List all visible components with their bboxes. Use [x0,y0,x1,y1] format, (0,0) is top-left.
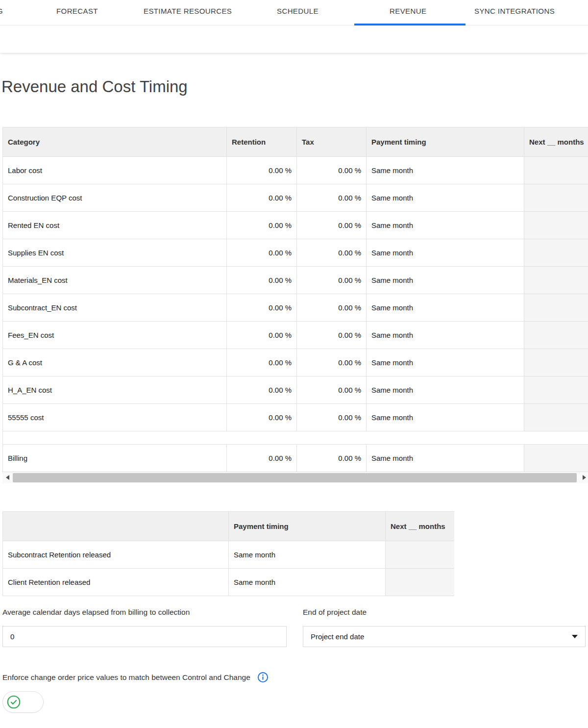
tax-cell[interactable]: 0.00 % [297,267,367,294]
tax-cell[interactable]: 0.00 % [297,377,367,404]
tax-cell[interactable]: 0.00 % [297,294,367,322]
payment-timing-cell[interactable]: Same month [367,445,524,472]
next-months-cell [524,404,588,431]
payment-timing-cell[interactable]: Same month [367,377,524,404]
tab-schedule[interactable]: SCHEDULE [277,7,318,15]
row-label-cell: Client Retention released [3,569,229,596]
tax-cell[interactable]: 0.00 % [297,157,367,184]
category-cell: 55555 cost [3,404,227,431]
payment-timing-cell[interactable]: Same month [367,322,524,349]
table-row: Construction EQP cost 0.00 % 0.00 % Same… [3,184,588,212]
col-header-next-months: Next __ months [524,127,588,157]
retention-cell[interactable]: 0.00 % [227,239,297,267]
toolbar-strip [0,25,588,53]
tab-estimate-resources[interactable]: ESTIMATE RESOURCES [144,7,232,15]
next-months-cell [524,239,588,267]
avg-days-input[interactable] [2,626,287,647]
payment-timing-cell[interactable]: Same month [367,212,524,239]
payment-timing-cell[interactable]: Same month [367,157,524,184]
tax-cell[interactable]: 0.00 % [297,212,367,239]
enforce-label: Enforce change order price values to mat… [2,673,250,682]
payment-timing-cell[interactable]: Same month [229,569,386,596]
category-cell: Supplies EN cost [3,239,227,267]
retention-cell[interactable]: 0.00 % [227,267,297,294]
payment-timing-cell[interactable]: Same month [367,349,524,377]
retention-cell[interactable]: 0.00 % [227,212,297,239]
retention-cell[interactable]: 0.00 % [227,157,297,184]
end-of-project-select[interactable]: Project end date [303,626,586,647]
next-months-cell [524,322,588,349]
retention-cell[interactable]: 0.00 % [227,184,297,212]
next-months-cell [524,212,588,239]
retention-cell[interactable]: 0.00 % [227,404,297,431]
category-cell: Subcontract_EN cost [3,294,227,322]
next-months-cell [524,445,588,472]
retention-released-table: Payment timing Next __ months Subcontrac… [2,511,454,598]
tax-cell[interactable]: 0.00 % [297,445,367,472]
retention-cell[interactable]: 0.00 % [227,294,297,322]
next-months-cell [524,349,588,377]
payment-timing-cell[interactable]: Same month [367,239,524,267]
horizontal-scrollbar[interactable] [2,472,588,483]
payment-timing-cell[interactable]: Same month [367,184,524,212]
col-header-next-months: Next __ months [386,512,455,541]
payment-timing-cell[interactable]: Same month [367,267,524,294]
scroll-right-arrow-icon[interactable] [583,475,586,480]
next-months-cell [386,569,455,596]
next-months-cell [386,541,455,569]
category-cell: H_A_EN cost [3,377,227,404]
cost-table-header-row: Category Retention Tax Payment timing Ne… [3,127,588,157]
category-cell: Labor cost [3,157,227,184]
info-icon[interactable] [257,672,269,683]
table-row: Supplies EN cost 0.00 % 0.00 % Same mont… [3,239,588,267]
row-label-cell: Subcontract Retention released [3,541,229,569]
tab-clipped[interactable]: G [0,7,3,15]
table-row: Materials_EN cost 0.00 % 0.00 % Same mon… [3,267,588,294]
scroll-left-arrow-icon[interactable] [6,475,9,480]
category-cell: Construction EQP cost [3,184,227,212]
next-months-cell [524,377,588,404]
tax-cell[interactable]: 0.00 % [297,239,367,267]
category-cell: Billing [3,445,227,472]
next-months-cell [524,184,588,212]
check-circle-icon [7,695,21,709]
table-row: Subcontract_EN cost 0.00 % 0.00 % Same m… [3,294,588,322]
selected-option-label: Project end date [311,632,364,641]
retention-cell[interactable]: 0.00 % [227,322,297,349]
tab-forecast[interactable]: FORECAST [56,7,98,15]
table-row: Rented EN cost 0.00 % 0.00 % Same month [3,212,588,239]
table-row: Client Retention released Same month [3,569,455,596]
category-cell: G & A cost [3,349,227,377]
table-row: Labor cost 0.00 % 0.00 % Same month [3,157,588,184]
col-header-retention: Retention [227,127,297,157]
scrollbar-thumb[interactable] [13,473,577,482]
category-cell: Materials_EN cost [3,267,227,294]
tax-cell[interactable]: 0.00 % [297,184,367,212]
tab-bar: G FORECAST ESTIMATE RESOURCES SCHEDULE R… [0,0,588,25]
tax-cell[interactable]: 0.00 % [297,322,367,349]
table-row: Subcontract Retention released Same mont… [3,541,455,569]
enforce-toggle[interactable] [2,691,44,713]
tax-cell[interactable]: 0.00 % [297,404,367,431]
billing-row: Billing 0.00 % 0.00 % Same month [3,445,588,472]
tax-cell[interactable]: 0.00 % [297,349,367,377]
next-months-cell [524,157,588,184]
spacer-row [3,431,588,445]
avg-days-label: Average calendar days elapsed from billi… [2,608,287,617]
category-cell: Fees_EN cost [3,322,227,349]
page-title: Revenue and Cost Timing [1,76,588,98]
col-header-tax: Tax [297,127,367,157]
payment-timing-cell[interactable]: Same month [367,404,524,431]
retention-cell[interactable]: 0.00 % [227,349,297,377]
table-row: G & A cost 0.00 % 0.00 % Same month [3,349,588,377]
tab-revenue[interactable]: REVENUE [390,7,426,15]
payment-timing-cell[interactable]: Same month [367,294,524,322]
retention-cell[interactable]: 0.00 % [227,445,297,472]
payment-timing-cell[interactable]: Same month [229,541,386,569]
table-row: Fees_EN cost 0.00 % 0.00 % Same month [3,322,588,349]
col-header-payment-timing: Payment timing [229,512,386,541]
cost-timing-table: Category Retention Tax Payment timing Ne… [2,127,588,472]
retention-cell[interactable]: 0.00 % [227,377,297,404]
tab-sync-integrations[interactable]: SYNC INTEGRATIONS [474,7,555,15]
table-row: 55555 cost 0.00 % 0.00 % Same month [3,404,588,431]
